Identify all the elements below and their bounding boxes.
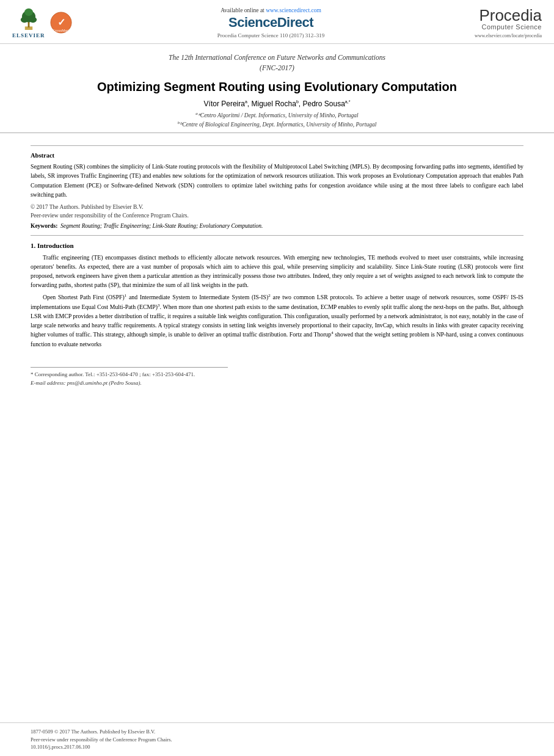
footnote-area: * Corresponding author. Tel.: +351-253-6… (31, 367, 523, 387)
header-logos: ELSEVIER ✓ CrossMark (12, 8, 98, 38)
website-link[interactable]: www.sciencedirect.com (266, 7, 321, 13)
keywords-text: Segment Routing; Traffic Engineering; Li… (60, 223, 263, 229)
authors: Vítor Pereiraa, Miguel Rochab, Pedro Sou… (12, 100, 542, 108)
conference-title: The 12th International Conference on Fut… (12, 53, 542, 74)
intro-para1: Traffic engineering (TE) encompasses dis… (31, 253, 523, 290)
journal-info: Procedia Computer Science 110 (2017) 312… (104, 32, 438, 38)
svg-point-3 (21, 16, 28, 23)
intro-para2: Open Shortest Path First (OSPF)1 and Int… (31, 293, 523, 349)
sciencedirect-brand: ScienceDirect (104, 15, 438, 31)
bottom-footer: 1877-0509 © 2017 The Authors. Published … (0, 722, 554, 756)
intro-heading: 1. Introduction (31, 242, 523, 249)
svg-point-5 (24, 8, 33, 15)
footer-text: 1877-0509 © 2017 The Authors. Published … (31, 728, 523, 751)
header-center: Available online at www.sciencedirect.co… (104, 7, 438, 38)
svg-text:CrossMark: CrossMark (52, 29, 70, 32)
affiliations: aᵃCentro Algoritmi / Dept. Informatics, … (12, 111, 542, 129)
abstract-text: Segment Routing (SR) combines the simpli… (31, 162, 523, 199)
available-online-text: Available online at www.sciencedirect.co… (104, 7, 438, 13)
paper-title: Optimizing Segment Routing using Evoluti… (12, 79, 542, 95)
svg-point-4 (29, 16, 36, 23)
abstract-heading: Abstract (31, 152, 523, 159)
introduction-section: 1. Introduction Traffic engineering (TE)… (31, 242, 523, 349)
conference-banner: The 12th International Conference on Fut… (0, 44, 554, 133)
keywords-label: Keywords: (31, 223, 57, 229)
footnote-divider (31, 367, 228, 368)
page: ELSEVIER ✓ CrossMark Available online at… (0, 0, 554, 756)
procedia-sub: Computer Science (444, 23, 542, 31)
procedia-brand: Procedia (444, 7, 542, 23)
header-right: Procedia Computer Science www.elsevier.c… (444, 7, 542, 38)
header: ELSEVIER ✓ CrossMark Available online at… (0, 0, 554, 44)
elsevier-tree-icon (17, 8, 40, 31)
main-content: Abstract Segment Routing (SR) combines t… (0, 133, 554, 394)
copyright-text: © 2017 The Authors. Published by Elsevie… (31, 203, 523, 220)
footnote-text: * Corresponding author. Tel.: +351-253-6… (31, 371, 523, 387)
elsevier-label: ELSEVIER (12, 32, 45, 38)
crossmark-logo: ✓ CrossMark (50, 12, 72, 35)
keywords-line: Keywords: Segment Routing; Traffic Engin… (31, 223, 523, 229)
procedia-url: www.elsevier.com/locate/procedia (444, 33, 542, 38)
abstract-section: Abstract Segment Routing (SR) combines t… (31, 145, 523, 235)
elsevier-logo-container: ELSEVIER (12, 8, 45, 38)
svg-text:✓: ✓ (57, 17, 65, 27)
